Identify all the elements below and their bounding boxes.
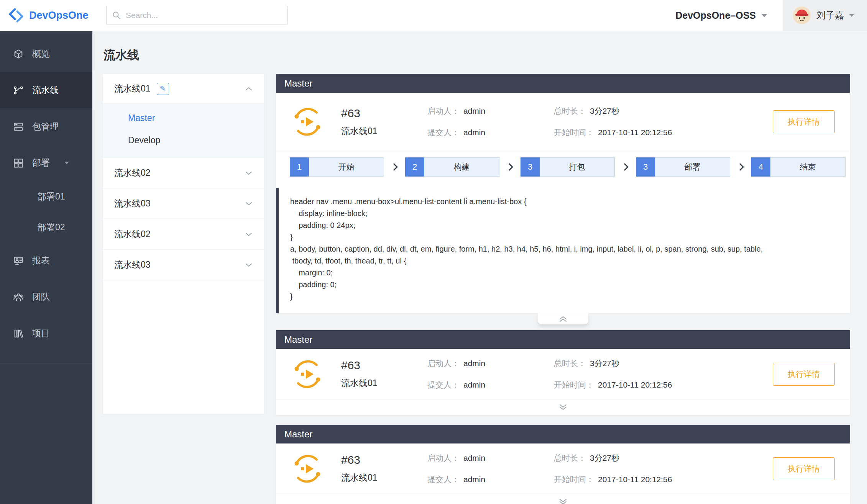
stage-name: 结束 (770, 157, 846, 177)
sidebar-item-packages[interactable]: 包管理 (0, 108, 92, 145)
sidebar-item-deploy[interactable]: 部署 (0, 145, 92, 181)
pipeline-group-04[interactable]: 流水线02 (103, 219, 264, 250)
project-icon (13, 328, 24, 339)
stage-number: 4 (751, 157, 770, 177)
chevron-down-icon (849, 14, 854, 17)
sidebar-item-deploy-01[interactable]: 部署01 (0, 181, 92, 212)
branch-title: Master (284, 78, 312, 89)
double-chevron-down-icon (559, 499, 567, 504)
build-log: header nav .menu .menu-box>ul.menu-list-… (276, 188, 850, 313)
sidebar-item-reports[interactable]: 报表 (0, 242, 92, 279)
search-box[interactable] (106, 6, 288, 25)
pipeline-group-02[interactable]: 流水线02 (103, 158, 264, 188)
pipeline-branch-list: Master Develop (103, 104, 264, 158)
start-time-value: 2017-10-11 20:12:56 (598, 380, 672, 389)
chevron-down-icon[interactable] (245, 171, 252, 175)
stage-build[interactable]: 2 构建 (405, 157, 499, 177)
stage-name: 构建 (424, 157, 499, 177)
pipeline-group-05[interactable]: 流水线03 (103, 250, 264, 280)
stage-name: 部署 (655, 157, 730, 177)
branch-label: Master (128, 113, 155, 123)
start-time-label: 开始时间： (554, 474, 594, 485)
sidebar-item-team[interactable]: 团队 (0, 279, 92, 315)
start-time-label: 开始时间： (554, 380, 594, 390)
starter-label: 启动人： (427, 453, 460, 463)
top-bar: DevOpsOne DevOpsOne–OSS 刘子嘉 (0, 0, 867, 31)
pipeline-group-label: 流水线02 (114, 228, 151, 240)
branch-item-develop[interactable]: Develop (103, 129, 264, 151)
pipeline-group-03[interactable]: 流水线03 (103, 188, 264, 219)
pipeline-group-label: 流水线03 (114, 198, 151, 209)
committer-value: admin (463, 475, 485, 484)
sidebar-item-label: 项目 (32, 327, 50, 339)
package-icon (13, 121, 24, 132)
chevron-down-icon[interactable] (245, 232, 252, 236)
branch-title: Master (284, 429, 312, 440)
pipeline-group-01[interactable]: 流水线01 ✎ (103, 74, 264, 104)
stage-number: 3 (521, 157, 540, 177)
committer-label: 提交人： (427, 474, 460, 485)
brand[interactable]: DevOpsOne (0, 8, 94, 23)
expand-card-button[interactable] (276, 399, 850, 415)
run-card-expanded: Master (276, 74, 850, 313)
edit-pipeline-button[interactable]: ✎ (157, 83, 169, 95)
duration-label: 总时长： (554, 106, 586, 116)
starter-value: admin (463, 106, 485, 116)
branch-item-master[interactable]: Master (103, 107, 264, 129)
duration-label: 总时长： (554, 453, 586, 463)
committer-value: admin (463, 380, 485, 389)
chevron-right-icon (499, 164, 521, 170)
run-detail-button[interactable]: 执行详情 (773, 110, 835, 133)
deploy-icon (13, 158, 24, 169)
starter-value: admin (463, 453, 485, 463)
build-log-text: header nav .menu .menu-box>ul.menu-list-… (290, 196, 839, 303)
sidebar-subitem-label: 部署02 (38, 221, 65, 233)
stage-package[interactable]: 3 打包 (521, 157, 615, 177)
stage-number: 3 (636, 157, 655, 177)
expand-card-button[interactable] (276, 494, 850, 504)
run-summary-row: #63 流水线01 启动人：admin 提交人：admin 总时长：3分27秒 … (276, 443, 850, 494)
pipeline-runs: Master (276, 74, 850, 504)
stage-start[interactable]: 1 开始 (290, 157, 384, 177)
pipeline-name: 流水线01 (341, 472, 427, 484)
chevron-down-icon[interactable] (245, 202, 252, 206)
pipeline-group-label: 流水线03 (114, 259, 151, 271)
run-detail-button[interactable]: 执行详情 (773, 363, 835, 386)
pipeline-icon (13, 85, 24, 96)
card-header: Master (276, 74, 850, 93)
chevron-right-icon (384, 164, 405, 170)
sidebar-item-label: 团队 (32, 291, 50, 303)
chevron-right-icon (730, 164, 751, 170)
chevron-up-icon[interactable] (245, 87, 252, 91)
collapse-log-button[interactable] (538, 313, 588, 324)
run-card-collapsed: Master (276, 425, 850, 504)
stage-deploy[interactable]: 3 部署 (636, 157, 730, 177)
pipeline-list-panel: 流水线01 ✎ Master Develop 流水线02 (103, 74, 264, 414)
double-chevron-down-icon (559, 404, 567, 410)
user-menu[interactable]: 刘子嘉 (783, 0, 867, 31)
sidebar-divider (0, 363, 92, 363)
pipeline-group-label: 流水线01 (114, 83, 151, 95)
run-detail-button[interactable]: 执行详情 (773, 457, 835, 480)
stage-number: 2 (405, 157, 424, 177)
duration-value: 3分27秒 (590, 453, 619, 463)
search-input[interactable] (126, 11, 282, 20)
org-selector[interactable]: DevOpsOne–OSS (675, 10, 767, 21)
sidebar-item-pipelines[interactable]: 流水线 (0, 72, 92, 108)
chevron-down-icon[interactable] (245, 263, 252, 267)
chevron-down-icon (64, 162, 69, 164)
main-content: 流水线 流水线01 ✎ Master Develop (92, 31, 867, 504)
pipeline-group-label: 流水线02 (114, 167, 151, 179)
stage-number: 1 (290, 157, 309, 177)
logo-icon (8, 8, 24, 23)
sidebar-item-projects[interactable]: 项目 (0, 315, 92, 352)
sidebar-subitem-label: 部署01 (38, 191, 65, 203)
branch-title: Master (284, 334, 312, 345)
double-chevron-up-icon (559, 316, 567, 322)
sidebar-item-deploy-02[interactable]: 部署02 (0, 212, 92, 242)
stages-row: 1 开始 2 构建 3 打包 3 (276, 151, 850, 184)
start-time-label: 开始时间： (554, 127, 594, 138)
sidebar-item-overview[interactable]: 概览 (0, 36, 92, 72)
stage-end[interactable]: 4 结束 (751, 157, 846, 177)
report-icon (13, 255, 24, 266)
